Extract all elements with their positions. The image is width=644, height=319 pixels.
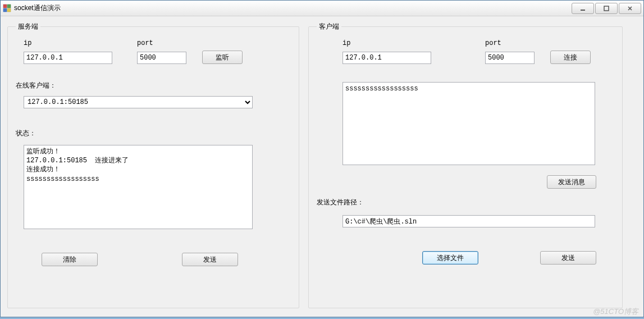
window-body: 服务端 ip port 监听 在线客户端： 127.0.0.1:50185 [1,16,643,317]
client-message-textarea[interactable]: ssssssssssssssssss [342,82,595,165]
file-path-label: 发送文件路径： [317,198,364,206]
close-icon [627,5,633,12]
file-path-input[interactable] [342,215,595,227]
server-send-button[interactable]: 发送 [182,253,238,266]
server-port-input[interactable] [137,52,186,64]
server-panel: 服务端 ip port 监听 在线客户端： 127.0.0.1:50185 [7,22,299,308]
maximize-icon [603,5,610,12]
server-status-label: 状态： [16,129,36,137]
titlebar: socket通信演示 [1,1,643,16]
server-ip-label: ip [24,39,112,47]
close-button[interactable] [619,3,641,14]
listen-button[interactable]: 监听 [202,51,243,64]
maximize-button[interactable] [595,3,618,14]
client-panel: 客户端 ip port 连接 ssssssssssssssssss 发送消息 [308,22,623,308]
client-legend: 客户端 [317,22,341,31]
connect-button[interactable]: 连接 [550,51,591,64]
server-port-label: port [137,39,186,47]
client-port-input[interactable] [485,52,535,64]
svg-rect-0 [3,4,7,8]
server-status-textarea[interactable]: 监听成功！ 127.0.0.1:50185 连接进来了 连接成功！ ssssss… [24,145,253,229]
client-ip-label: ip [342,39,431,47]
window-controls [570,3,641,14]
svg-rect-4 [581,10,585,11]
minimize-icon [579,5,586,12]
minimize-button[interactable] [572,3,594,14]
svg-rect-3 [7,8,11,12]
window-title: socket通信演示 [14,3,570,13]
svg-rect-2 [3,8,7,12]
app-window: socket通信演示 服务端 ip port [0,0,644,317]
svg-rect-1 [7,4,11,8]
choose-file-button[interactable]: 选择文件 [422,251,478,265]
server-legend: 服务端 [16,22,40,31]
online-clients-select[interactable]: 127.0.0.1:50185 [24,96,253,108]
client-send-button[interactable]: 发送 [540,251,596,265]
send-message-button[interactable]: 发送消息 [547,175,596,189]
app-icon [3,4,12,13]
server-ip-input[interactable] [24,52,112,64]
online-clients-label: 在线客户端： [16,81,56,89]
client-ip-input[interactable] [342,52,431,64]
svg-rect-5 [604,6,609,11]
client-port-label: port [485,39,535,47]
server-clear-button[interactable]: 清除 [42,253,98,266]
